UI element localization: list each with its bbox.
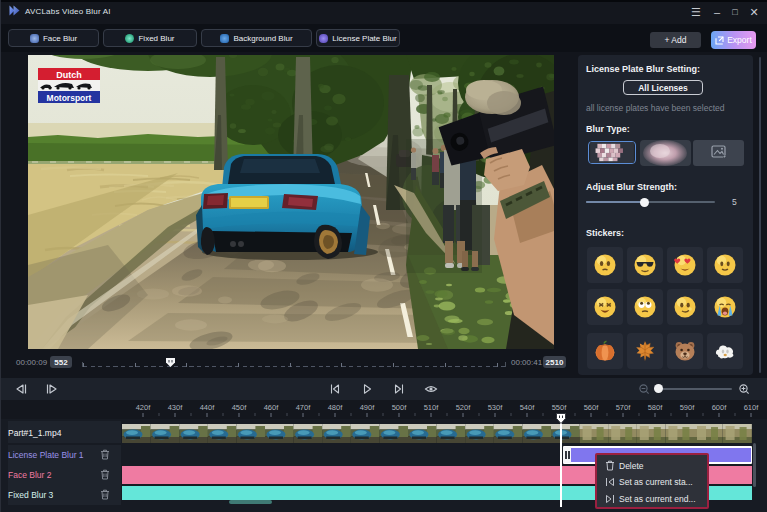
svg-text:Motorsport: Motorsport [47,93,92,103]
svg-text:Dutch: Dutch [56,70,82,80]
